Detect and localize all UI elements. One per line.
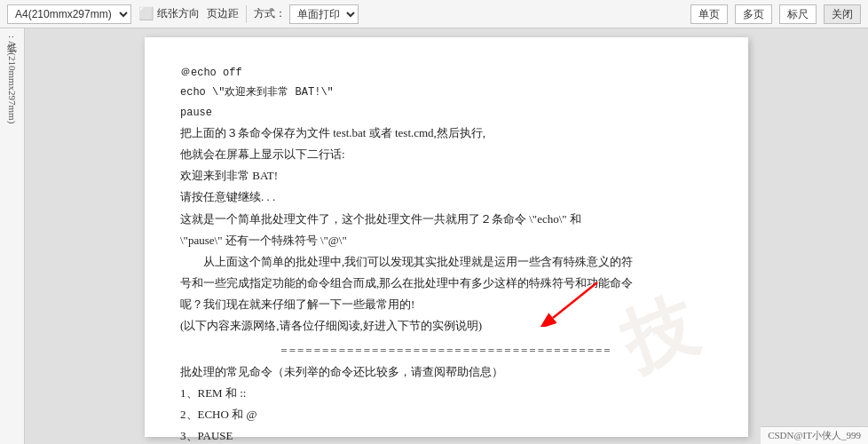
para-press: 请按任意键继续. . . — [180, 187, 713, 207]
para-welcome: 欢迎来到非常 BAT! — [180, 166, 713, 186]
page-container[interactable]: 技 ＠echo off echo \"欢迎来到非常 BAT!\" pause — [25, 28, 868, 444]
credit-text: CSDN@IT小侠人_999 — [768, 430, 861, 440]
line-pause: pause — [180, 104, 713, 122]
para-source: (以下内容来源网络,请各位仔细阅读,好进入下节的实例说明) — [180, 316, 713, 336]
direction-label: 纸张方向 — [157, 6, 200, 21]
section-title: 批处理的常见命令（未列举的命令还比较多，请查阅帮助信息） — [180, 362, 713, 382]
page-direction-item: ⬜ 纸张方向 — [138, 6, 200, 21]
bottom-credit-bar: CSDN@IT小侠人_999 — [761, 426, 868, 444]
close-btn[interactable]: 关闭 — [824, 4, 861, 24]
para-from-above: 从上面这个简单的批处理中,我们可以发现其实批处理就是运用一些含有特殊意义的符 — [180, 252, 713, 272]
margin-label: 页边距 — [207, 6, 239, 21]
direction-icon: ⬜ — [138, 6, 154, 21]
line-echo-off: ＠echo off — [180, 64, 713, 82]
sep1 — [246, 5, 247, 23]
method-select[interactable]: 单面打印 — [289, 4, 359, 24]
single-page-btn[interactable]: 单页 — [690, 4, 728, 24]
method-item: 方式： 单面打印 — [254, 4, 359, 24]
paper-page: 技 ＠echo off echo \"欢迎来到非常 BAT!\" pause — [145, 37, 748, 437]
multi-page-btn[interactable]: 多页 — [735, 4, 772, 24]
list-item-2: 2、ECHO 和 @ — [180, 405, 713, 424]
side-label: 纸: A4(210mmx297mm) — [0, 28, 25, 444]
para-save: 把上面的３条命令保存为文件 test.bat 或者 test.cmd,然后执行, — [180, 123, 713, 143]
print-toolbar: A4(210mmx297mm) ⬜ 纸张方向 页边距 方式： 单面打印 单页 多… — [0, 0, 868, 28]
main-area: 纸: A4(210mmx297mm) 技 ＠echo off — [0, 28, 868, 444]
list-item-1: 1、REM 和 :: — [180, 384, 713, 403]
line-echo-msg: echo \"欢迎来到非常 BAT!\" — [180, 83, 713, 101]
list-item-3: 3、PAUSE — [180, 426, 713, 444]
side-label-text: 纸: A4(210mmx297mm) — [5, 36, 19, 123]
para-pause-ref: \"pause\" 还有一个特殊符号 \"@\" — [180, 231, 713, 250]
para-display: 他就会在屏幕上显示以下二行话: — [180, 145, 713, 164]
section-divider: ======================================== — [180, 341, 713, 361]
margin-item: 页边距 — [207, 6, 239, 21]
para-detail: 呢？我们现在就来仔细了解一下一些最常用的! — [180, 295, 713, 314]
paper-size-item: A4(210mmx297mm) — [7, 4, 131, 24]
para-simple: 这就是一个简单批处理文件了，这个批处理文件一共就用了２条命令 \"echo\" … — [180, 210, 713, 229]
para-combine: 号和一些完成指定功能的命令组合而成,那么在批处理中有多少这样的特殊符号和功能命令 — [180, 274, 713, 293]
paper-size-select[interactable]: A4(210mmx297mm) — [7, 4, 131, 24]
method-label: 方式： — [254, 6, 286, 21]
ruler-btn[interactable]: 标尺 — [779, 4, 817, 24]
page-content: ＠echo off echo \"欢迎来到非常 BAT!\" pause 把上面… — [180, 64, 713, 444]
